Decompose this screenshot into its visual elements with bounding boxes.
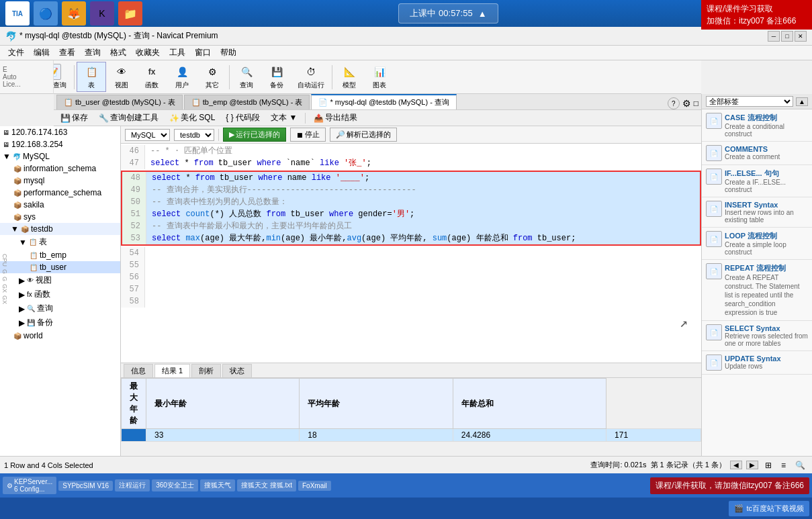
snippet-loop[interactable]: 📄 LOOP 流程控制 Create a simple loop constru… [702,228,812,260]
sidebar-item-world[interactable]: 📦world [0,330,120,342]
search-icon[interactable]: 🔍 [793,461,808,470]
snippet-up-btn[interactable]: ▲ [796,97,808,106]
run-btn[interactable]: ▶ 运行已选择的 [223,128,286,142]
snippet-category-select[interactable]: 全部标签 [706,96,793,107]
maximize-btn[interactable]: □ [781,31,793,42]
menu-tools[interactable]: 工具 [165,46,189,60]
export-btn[interactable]: 📤导出结果 [311,111,360,124]
sidebar-item-tb-emp[interactable]: 📋tb_emp [0,249,120,261]
left-margin: CPU G G GX GX [0,252,11,305]
stop-btn[interactable]: ⏹ 停止 [290,128,326,142]
toolbar-btn-user[interactable]: 👤 用户 [167,62,197,91]
menu-help[interactable]: 帮助 [216,46,240,60]
menu-query[interactable]: 查询 [81,46,105,60]
icon-app5[interactable]: 📁 [118,1,142,26]
close-btn[interactable]: ✕ [795,31,807,42]
build-query-btn[interactable]: 🔧查询创建工具 [96,111,161,124]
result-tab-status[interactable]: 状态 [222,364,252,377]
sidebar-item-function-group[interactable]: ▶fx函数 [0,287,120,301]
explain-btn[interactable]: 🔎 解析已选择的 [330,128,397,142]
sidebar-item-120[interactable]: 🖥 120.76.174.163 [0,126,120,138]
toolbar-btn-query[interactable]: 🔍 查询 [232,62,261,91]
snippet-insert[interactable]: 📄 INSERT Syntax Insert new rows into an … [702,197,812,228]
minimize-btn[interactable]: ─ [768,31,780,42]
help-icon[interactable]: ? [668,97,680,109]
menu-file[interactable]: 文件 [4,46,28,60]
settings-icon[interactable]: ⚙ [682,98,691,109]
tab-mysql-query[interactable]: 📄 * mysql-dql @testdb (MySQL) - 查询 [311,94,456,109]
menu-view[interactable]: 查看 [55,46,79,60]
sidebar-item-mysql[interactable]: ▼🐬 MySQL [0,150,120,162]
taskbar-item-foxmail[interactable]: FoXmail [298,481,331,491]
query-toolbar: MySQL testdb ▶ 运行已选择的 ⏹ 停止 🔎 解析已选择的 [121,126,701,144]
toolbar-btn-chart[interactable]: 📊 图表 [365,62,394,91]
next-record-btn[interactable]: ▶ [746,461,758,469]
taskbar-item-kepserver[interactable]: ⚙KEPServer...6 Config... [3,477,56,494]
cursor-indicator: ↗ [680,314,688,331]
db-type-select[interactable]: MySQL [125,129,170,141]
window-title: * mysql-dql @testdb (MySQL) - 查询 - Navic… [19,30,218,42]
result-tab-info[interactable]: 信息 [124,364,153,377]
form-view-btn[interactable]: ≡ [778,461,788,470]
toolbar-btn-function[interactable]: fx 函数 [137,62,167,91]
prev-record-btn[interactable]: ◀ [730,461,742,469]
app-icon: 🐬 [5,31,17,42]
icon-tia[interactable]: TIA [5,1,30,26]
result-cell-avg-age: 24.4286 [453,429,606,442]
toolbar-btn-view[interactable]: 👁 视图 [107,62,136,91]
snippet-update[interactable]: 📄 UPDATE Syntax Update rows [702,351,812,375]
save-btn[interactable]: 💾保存 [58,111,91,124]
snippet-case[interactable]: 📄 CASE 流程控制 Create a conditional constru… [702,109,812,142]
sidebar-item-tb-user[interactable]: 📋tb_user [0,261,120,273]
code-editor[interactable]: 46 -- * · 匹配单个位置 47 select * from tb_use… [121,144,701,363]
icon-app2[interactable]: 🔵 [34,1,58,26]
menu-bar: 文件 编辑 查看 查询 格式 收藏夹 工具 窗口 帮助 [0,46,812,60]
sidebar-item-mysql-db[interactable]: 📦mysql [0,175,120,187]
sidebar-item-testdb[interactable]: ▼📦testdb [0,223,120,235]
sidebar-item-view-group[interactable]: ▶👁视图 [0,273,120,287]
tab-tb-emp-table[interactable]: 📋 tb_emp @testdb (MySQL) - 表 [184,95,310,109]
snippet-if-else[interactable]: 📄 IF...ELSE... 句句 Create a IF...ELSE... … [702,165,812,197]
sidebar-item-backup-group[interactable]: ▶💾备份 [0,316,120,330]
snippet-comments[interactable]: 📄 COMMENTS Create a comment [702,142,812,165]
result-tab-profile[interactable]: 剖析 [191,364,221,377]
icon-app3[interactable]: 🦊 [62,1,86,26]
text-btn[interactable]: 文本 ▼ [268,111,300,124]
schema-select[interactable]: testdb [174,129,214,141]
toolbar-btn-backup[interactable]: 💾 备份 [262,62,291,91]
results-panel: 信息 结果 1 剖析 状态 最大年龄 最小年龄 平均年龄 年龄总和 [121,363,701,460]
menu-favorites[interactable]: 收藏夹 [132,46,164,60]
sidebar-item-table-group[interactable]: ▼📋表 [0,235,120,249]
result-tab-result1[interactable]: 结果 1 [154,364,190,377]
taskbar-item-autorun[interactable]: 注程运行 [115,479,150,491]
toolbar-btn-autorun[interactable]: ⏱ 自动运行 [292,62,330,91]
menu-window[interactable]: 窗口 [191,46,215,60]
beautify-btn[interactable]: ✨美化 SQL [167,111,218,124]
code-snippet-btn[interactable]: { } 代码段 [223,111,263,124]
icon-app4[interactable]: K [90,1,114,26]
taskbar-item-sypbcsim[interactable]: SYPbcSIM V16 [58,481,113,491]
toolbar-btn-other[interactable]: ⚙ 其它 [197,62,227,91]
status-bar: 1 Row and 4 Cols Selected 查询时间: 0.021s 第… [0,456,812,473]
toolbar-btn-table[interactable]: 📋 表 [77,62,106,92]
sidebar-item-performance[interactable]: 📦performance_schema [0,187,120,199]
sidebar-item-sys[interactable]: 📦sys [0,211,120,223]
sidebar-item-info-schema[interactable]: 📦information_schema [0,162,120,175]
menu-edit[interactable]: 编辑 [30,46,54,60]
logo-badge[interactable]: 🎬 tc百度站下载视频 [729,501,809,516]
taskbar-item-sohu[interactable]: 搜狐天文 搜狐.txt [237,479,296,491]
code-line-57: 57 [121,283,701,295]
code-line-56: 56 [121,271,701,283]
sidebar-item-query-group[interactable]: ▶🔍查询 [0,301,120,316]
sidebar-item-192[interactable]: 🖥 192.168.3.254 [0,138,120,150]
snippet-repeat[interactable]: 📄 REPEAT 流程控制 Create A REPEAT construct.… [702,260,812,321]
grid-view-btn[interactable]: ⊞ [762,461,774,470]
tab-tb-user-table[interactable]: 📋 tb_user @testdb (MySQL) - 表 [56,95,183,109]
sidebar-item-sakila[interactable]: 📦sakila [0,199,120,211]
taskbar-item-360[interactable]: 360安全卫士 [152,479,198,491]
maximize-tab-icon[interactable]: □ [694,99,698,108]
taskbar-item-weather[interactable]: 搜狐天气 [200,479,235,491]
snippet-select[interactable]: 📄 SELECT Syntax Retrieve rows selected f… [702,321,812,351]
toolbar-btn-model[interactable]: 📐 模型 [334,62,364,91]
menu-format[interactable]: 格式 [106,46,130,60]
